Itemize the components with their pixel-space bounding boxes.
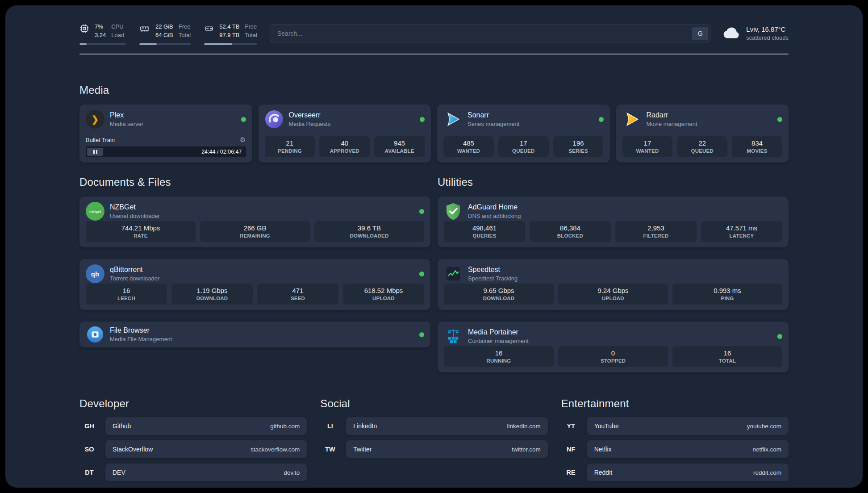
playback-bar[interactable]: 24:44 / 02:06:47: [86, 146, 246, 157]
app-title: File Browser: [110, 326, 414, 335]
app-title: Speedtest: [468, 265, 782, 275]
app-subtitle: Torrent downloader: [110, 275, 414, 283]
search-input[interactable]: [270, 25, 710, 42]
stat-tile: 0.993 ms PING: [672, 284, 782, 305]
bookmark-pill[interactable]: Twitter twitter.com: [346, 440, 547, 458]
app-card-radarr[interactable]: Radarr Movie management 17 WANTED 22 QUE…: [616, 104, 789, 163]
stat-label: DOWNLOAD: [174, 296, 250, 301]
stat-tile: 0 STOPPED: [558, 346, 668, 367]
cloud-icon: [723, 26, 741, 41]
status-dot: [599, 117, 604, 122]
top-bar: 7% 3.24 CPU Load: [79, 20, 789, 47]
stat-value: 16: [88, 287, 164, 294]
bookmark-linkedin[interactable]: LI LinkedIn linkedin.com: [320, 417, 547, 435]
bookmark-name: Reddit: [594, 469, 612, 476]
section-title-documents: Documents & Files: [79, 176, 430, 188]
stat-value: 9.24 Gbps: [561, 287, 665, 294]
app-card-nzbget[interactable]: nzbget NZBGet Usenet downloader 744.21 M…: [79, 196, 430, 247]
ram-widget: 22 GiB 64 GiB Free Total: [139, 22, 191, 45]
bookmark-stackoverflow[interactable]: SO StackOverflow stackoverflow.com: [79, 440, 307, 458]
pause-button[interactable]: [87, 148, 103, 156]
bookmark-abbr: TW: [320, 446, 340, 453]
bookmark-pill[interactable]: StackOverflow stackoverflow.com: [105, 440, 307, 458]
section-title-media: Media: [79, 84, 789, 96]
search-engine-button[interactable]: G: [692, 27, 708, 40]
stat-value: 744.21 Mbps: [88, 224, 193, 232]
gear-icon[interactable]: ⚙: [240, 136, 246, 144]
stat-label: LATENCY: [704, 233, 780, 238]
bookmarks-social: Social LI LinkedIn linkedin.com TW Twitt…: [320, 397, 547, 481]
app-card-portainer[interactable]: Media Portainer Container management 16 …: [438, 322, 789, 372]
stat-tile: 266 GB REMAINING: [200, 221, 310, 242]
stat-label: REMAINING: [203, 233, 307, 238]
app-card-adguard[interactable]: AdGuard Home DNS and adblocking 498,461 …: [438, 196, 789, 247]
stat-value: 86,384: [532, 224, 608, 232]
stat-value: 618.52 Mbps: [346, 287, 421, 294]
bookmark-pill[interactable]: Github github.com: [105, 417, 307, 435]
stat-label: QUEUED: [501, 148, 546, 154]
stat-value: 17: [625, 139, 670, 147]
stat-value: 266 GB: [203, 224, 307, 232]
bookmark-pill[interactable]: Reddit reddit.com: [587, 464, 789, 481]
stat-label: RUNNING: [447, 358, 551, 363]
stat-tile: 17 WANTED: [622, 136, 673, 157]
stat-label: PING: [675, 296, 780, 301]
stat-tile: 17 QUEUED: [498, 136, 549, 157]
stat-value: 0.993 ms: [675, 287, 780, 294]
stat-label: UPLOAD: [346, 296, 421, 301]
bookmark-github[interactable]: GH Github github.com: [79, 417, 307, 435]
app-subtitle: Media File Management: [110, 335, 414, 343]
app-card-speedtest[interactable]: Speedtest Speedtest Tracking 9.65 Gbps D…: [438, 259, 789, 310]
bookmark-pill[interactable]: Netflix netflix.com: [587, 440, 789, 458]
section-title-social: Social: [320, 397, 547, 410]
documents-column: Documents & Files nzbget NZBGet Usenet d…: [79, 176, 430, 372]
bookmark-reddit[interactable]: RE Reddit reddit.com: [561, 464, 789, 481]
bookmark-pill[interactable]: LinkedIn linkedin.com: [346, 417, 547, 435]
app-subtitle: Usenet downloader: [110, 212, 414, 220]
stat-value: 498,461: [447, 224, 522, 232]
app-subtitle: Container management: [468, 337, 772, 345]
bookmark-abbr: YT: [561, 422, 581, 430]
bookmark-url: dev.to: [284, 469, 300, 476]
nzbget-icon: nzbget: [86, 202, 104, 221]
bookmark-pill[interactable]: YouTube youtube.com: [587, 417, 789, 435]
app-card-overseerr[interactable]: Overseerr Media Requests 21 PENDING 40 A…: [259, 104, 431, 163]
stat-tile: 21 PENDING: [265, 136, 315, 157]
stat-tile: 16 TOTAL: [672, 346, 782, 367]
status-dot: [241, 117, 246, 122]
bookmark-url: reddit.com: [753, 469, 781, 476]
stat-value: 17: [501, 139, 546, 147]
weather-widget: Lviv, 16.87°C scattered clouds: [723, 25, 789, 42]
disk-progress-bar: [204, 43, 257, 45]
bookmark-name: LinkedIn: [353, 422, 377, 430]
app-card-sonarr[interactable]: Sonarr Series management 485 WANTED 17 Q…: [437, 104, 610, 163]
cpu-load-value: 3.24: [95, 31, 106, 40]
bookmark-url: stackoverflow.com: [250, 446, 300, 453]
bookmark-youtube[interactable]: YT YouTube youtube.com: [561, 417, 789, 435]
app-subtitle: Speedtest Tracking: [468, 275, 782, 283]
bookmark-pill[interactable]: DEV dev.to: [105, 464, 307, 481]
stat-tile: 86,384 BLOCKED: [530, 221, 611, 242]
bookmarks-developer: Developer GH Github github.com SO StackO…: [79, 397, 307, 481]
app-card-plex[interactable]: ❯ Plex Media server Bullet Train ⚙ 24:44…: [79, 104, 252, 163]
stat-tile: 22 QUEUED: [677, 136, 727, 157]
app-card-qbittorrent[interactable]: qb qBittorrent Torrent downloader 16 LEE…: [79, 259, 430, 310]
bookmark-twitter[interactable]: TW Twitter twitter.com: [320, 440, 547, 458]
stat-label: AVAILABLE: [377, 148, 422, 154]
ram-free: 22 GiB: [155, 22, 173, 31]
stat-label: RATE: [88, 233, 193, 238]
disk-free: 52.4 TB: [219, 22, 239, 31]
stat-tile: 196 SERIES: [553, 136, 604, 157]
stat-tile: 485 WANTED: [443, 136, 494, 157]
stat-label: FILTERED: [618, 233, 694, 238]
stat-value: 22: [680, 139, 725, 147]
stat-value: 16: [675, 349, 780, 357]
stat-value: 9.65 Gbps: [447, 287, 551, 294]
bookmark-abbr: DT: [79, 469, 99, 476]
disk-icon: [204, 24, 214, 33]
bookmark-netflix[interactable]: NF Netflix netflix.com: [561, 440, 789, 458]
bookmark-abbr: LI: [320, 422, 340, 430]
app-card-filebrowser[interactable]: File Browser Media File Management: [79, 322, 430, 347]
stat-label: SEED: [260, 296, 336, 301]
bookmark-dev[interactable]: DT DEV dev.to: [79, 464, 307, 481]
